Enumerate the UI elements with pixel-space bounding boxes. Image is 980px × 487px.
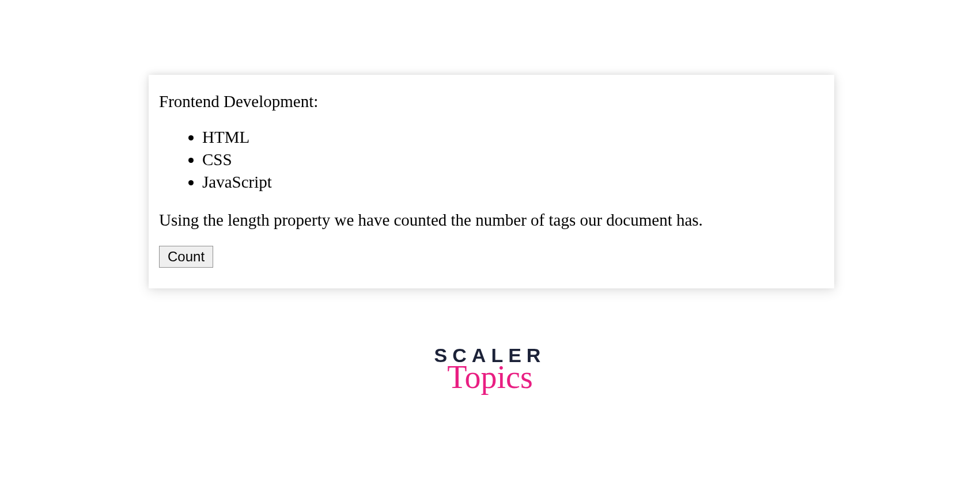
example-card: Frontend Development: HTML CSS JavaScrip… (149, 75, 834, 288)
description-paragraph: Using the length property we have counte… (159, 211, 824, 230)
frontend-list: HTML CSS JavaScript (159, 126, 824, 193)
list-item: JavaScript (202, 171, 824, 193)
card-heading: Frontend Development: (159, 92, 824, 111)
logo-line2: Topics (434, 363, 546, 391)
list-item: CSS (202, 149, 824, 171)
scaler-topics-logo: SCALER Topics (434, 345, 546, 391)
count-button[interactable]: Count (159, 246, 213, 268)
list-item: HTML (202, 126, 824, 149)
